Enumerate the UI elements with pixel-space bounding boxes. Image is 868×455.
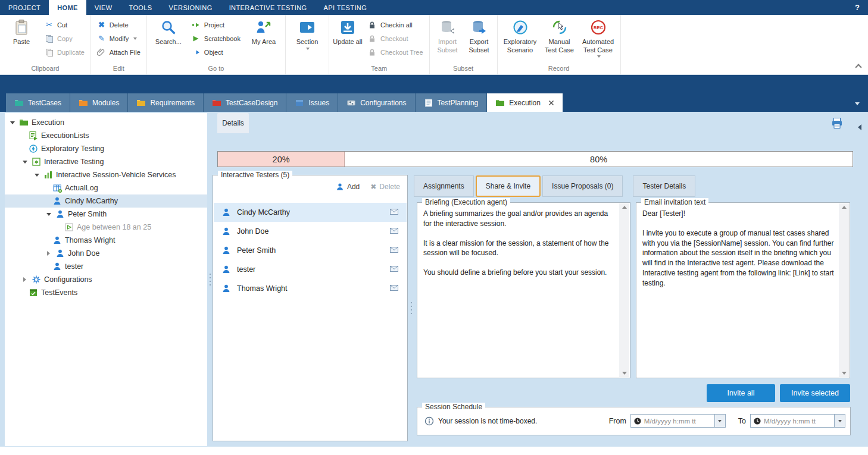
tab-assignments[interactable]: Assignments: [414, 175, 474, 197]
exploratory-scenario-button[interactable]: Exploratory Scenario: [501, 16, 540, 55]
dropdown-icon[interactable]: [714, 415, 725, 427]
tab-share-invite[interactable]: Share & Invite: [476, 175, 541, 197]
delete-button[interactable]: ✖Delete: [94, 19, 143, 30]
scroll-up-icon[interactable]: [842, 206, 847, 209]
chevron-expanded-icon[interactable]: [8, 121, 16, 124]
menu-versioning[interactable]: VERSIONING: [161, 0, 221, 15]
checkout-tree-button[interactable]: Checkout Tree: [365, 46, 426, 58]
tester-row[interactable]: Cindy McCarthy: [214, 203, 407, 222]
tab-issue-proposals[interactable]: Issue Proposals (0): [542, 175, 623, 197]
email-scrollbar[interactable]: [839, 203, 849, 377]
manual-test-case-button[interactable]: Manual Test Case: [542, 16, 577, 55]
tab-testcasedesign[interactable]: TestCaseDesign: [204, 93, 286, 112]
my-area-button[interactable]: My Area: [245, 16, 282, 47]
tab-modules[interactable]: Modules: [70, 93, 128, 112]
attach-file-button[interactable]: Attach File: [94, 46, 143, 58]
tab-issues[interactable]: Issues: [286, 93, 338, 112]
dropdown-icon[interactable]: [834, 415, 845, 427]
tester-row[interactable]: John Doe: [214, 222, 407, 241]
tester-row[interactable]: tester: [214, 260, 407, 279]
tree-item-cindy-mccarthy[interactable]: Cindy McCarthy: [5, 194, 207, 208]
menu-view[interactable]: VIEW: [86, 0, 121, 15]
chevron-expanded-icon[interactable]: [45, 213, 52, 216]
tree-item-exploratory-testing[interactable]: Exploratory Testing: [5, 142, 207, 155]
tester-row[interactable]: Thomas Wright: [214, 279, 407, 298]
mail-icon[interactable]: [389, 245, 399, 256]
tree-item-interactive-testing[interactable]: Interactive Testing: [5, 155, 207, 168]
mail-icon[interactable]: [389, 264, 399, 275]
export-subset-button[interactable]: Export Subset: [464, 16, 494, 55]
menu-tools[interactable]: TOOLS: [120, 0, 160, 15]
mail-icon[interactable]: [389, 207, 399, 218]
paste-button[interactable]: Paste: [3, 16, 40, 47]
tree-item-configurations[interactable]: Configurations: [5, 273, 207, 286]
tree-item-john-doe[interactable]: John Doe: [5, 247, 207, 260]
briefing-scrollbar[interactable]: [619, 203, 629, 377]
menu-home[interactable]: HOME: [49, 0, 86, 15]
from-datetime-picker[interactable]: M/d/yyyy h:mm tt: [630, 414, 726, 428]
details-tab[interactable]: Details: [217, 113, 249, 133]
tree-item-tester[interactable]: tester: [5, 260, 207, 273]
briefing-text[interactable]: A briefing summarizes the goal and/or pr…: [423, 209, 614, 373]
tree-item-age-between[interactable]: Age between 18 an 25: [5, 221, 207, 234]
tab-configurations[interactable]: Configurations: [338, 93, 415, 112]
print-icon[interactable]: [831, 117, 843, 131]
tree-splitter[interactable]: [208, 113, 212, 446]
invite-all-button[interactable]: Invite all: [707, 384, 775, 402]
share-tab-strip: Assignments Share & Invite Issue Proposa…: [414, 175, 695, 197]
tester-row[interactable]: Peter Smith: [214, 241, 407, 260]
section-button[interactable]: Section: [289, 16, 326, 51]
tree-item-execution[interactable]: Execution: [5, 116, 207, 129]
email-invitation-text[interactable]: Dear [Tester]! I invite you to execute a…: [642, 209, 834, 373]
scroll-up-icon[interactable]: [622, 206, 627, 209]
scroll-down-icon[interactable]: [842, 372, 847, 375]
menu-interactive-testing[interactable]: INTERACTIVE TESTING: [221, 0, 316, 15]
checkout-icon: [368, 34, 377, 43]
tab-testcases[interactable]: TestCases: [6, 93, 70, 112]
tree-item-testevents[interactable]: TestEvents: [5, 286, 207, 299]
tab-label: Configurations: [360, 99, 406, 107]
folder-icon: [19, 118, 29, 127]
panel-collapse-icon[interactable]: [858, 124, 861, 130]
chevron-expanded-icon[interactable]: [21, 161, 29, 164]
tab-execution[interactable]: Execution: [487, 93, 563, 112]
tree-item-peter-smith[interactable]: Peter Smith: [5, 208, 207, 221]
mail-icon[interactable]: [389, 283, 399, 294]
close-icon[interactable]: [548, 100, 554, 106]
mail-icon[interactable]: [389, 226, 399, 237]
automated-test-case-button[interactable]: REC Automated Test Case: [579, 16, 617, 58]
cut-button[interactable]: ✂Cut: [42, 19, 88, 30]
chevron-collapsed-icon[interactable]: [21, 277, 29, 282]
delete-tester-button[interactable]: ✖Delete: [370, 183, 400, 191]
chevron-expanded-icon[interactable]: [33, 174, 40, 177]
tree-item-thomas-wright[interactable]: Thomas Wright: [5, 234, 207, 247]
search-button[interactable]: Search...: [150, 16, 187, 47]
tab-testplanning[interactable]: TestPlanning: [416, 93, 488, 112]
to-datetime-picker[interactable]: M/d/yyyy h:mm tt: [750, 414, 845, 428]
tab-overflow-icon[interactable]: [855, 102, 860, 105]
tab-requirements[interactable]: Requirements: [128, 93, 204, 112]
goto-scratchbook-button[interactable]: Scratchbook: [189, 33, 243, 44]
import-subset-button[interactable]: Import Subset: [433, 16, 463, 55]
testers-splitter[interactable]: [409, 175, 413, 441]
checkin-all-button[interactable]: Checkin all: [365, 19, 426, 30]
modify-button[interactable]: ✎Modify: [94, 33, 143, 44]
menu-api-testing[interactable]: API TESTING: [316, 0, 376, 15]
tree-item-executionlists[interactable]: ExecutionLists: [5, 129, 207, 142]
goto-project-button[interactable]: Project: [189, 19, 243, 30]
help-icon[interactable]: ?: [847, 0, 868, 15]
add-tester-button[interactable]: Add: [336, 183, 360, 191]
goto-object-button[interactable]: Object: [189, 46, 243, 58]
tree-item-actuallog[interactable]: ActualLog: [5, 181, 207, 194]
duplicate-button[interactable]: Duplicate: [42, 46, 88, 58]
tree-item-interactive-session[interactable]: Interactive Session-Vehicle Services: [5, 168, 207, 181]
chevron-collapsed-icon[interactable]: [45, 251, 52, 256]
tree-item-label: Interactive Session-Vehicle Services: [56, 171, 176, 179]
menu-project[interactable]: PROJECT: [0, 0, 49, 15]
invite-selected-button[interactable]: Invite selected: [780, 384, 850, 402]
checkout-button[interactable]: Checkout: [365, 33, 426, 44]
update-all-button[interactable]: Update all: [332, 16, 363, 47]
copy-button[interactable]: Copy: [42, 33, 88, 44]
tab-tester-details[interactable]: Tester Details: [633, 175, 695, 197]
scroll-down-icon[interactable]: [622, 372, 627, 375]
